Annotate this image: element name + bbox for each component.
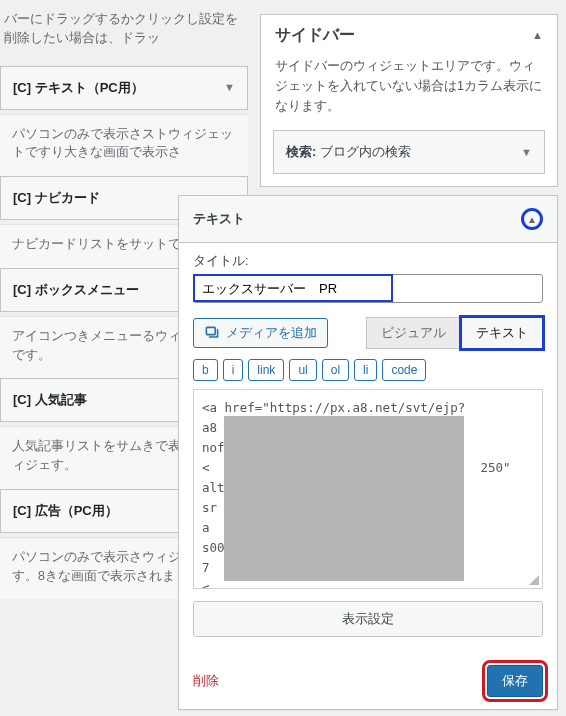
code-line: < xyxy=(202,580,210,589)
editor-tabs: ビジュアル テキスト xyxy=(366,317,543,349)
widget-title: [C] ボックスメニュー xyxy=(13,281,139,299)
delete-link[interactable]: 削除 xyxy=(193,672,219,690)
quicktags-toolbar: b i link ul ol li code xyxy=(193,359,543,381)
save-button[interactable]: 保存 xyxy=(487,665,543,697)
widget-desc: パソコンのみで表示さストウィジェットですり大きな画面で表示さ xyxy=(0,114,248,177)
search-value: ブログ内の検索 xyxy=(320,144,411,159)
tab-text[interactable]: テキスト xyxy=(461,317,543,349)
collapse-button[interactable]: ▲ xyxy=(521,208,543,230)
text-widget-header: テキスト xyxy=(193,210,245,228)
code-line: sr xyxy=(202,500,217,515)
qtag-li[interactable]: li xyxy=(354,359,377,381)
qtag-i[interactable]: i xyxy=(223,359,244,381)
qtag-b[interactable]: b xyxy=(193,359,218,381)
add-media-label: メディアを追加 xyxy=(226,324,317,342)
qtag-code[interactable]: code xyxy=(382,359,426,381)
code-line: 7 xyxy=(202,560,210,575)
display-settings-button[interactable]: 表示設定 xyxy=(193,601,543,637)
qtag-ol[interactable]: ol xyxy=(322,359,349,381)
code-line: <a href="https://px.a8.net/svt/ejp? xyxy=(202,400,465,415)
widget-title: [C] テキスト（PC用） xyxy=(13,79,144,97)
title-label: タイトル: xyxy=(193,253,543,270)
qtag-ul[interactable]: ul xyxy=(289,359,316,381)
search-label: 検索: xyxy=(286,144,316,159)
widget-title: [C] 広告（PC用） xyxy=(13,502,118,520)
widget-title: [C] ナビカード xyxy=(13,189,100,207)
sidebar-title: サイドバー xyxy=(275,25,355,46)
sidebar-search-widget[interactable]: 検索: ブログ内の検索 ▼ xyxy=(273,130,545,174)
chevron-down-icon: ▼ xyxy=(521,147,532,158)
chevron-up-icon[interactable]: ▲ xyxy=(532,30,543,41)
sidebar-panel: サイドバー ▲ サイドバーのウィジェットエリアです。ウィジェットを入れていない場… xyxy=(260,14,558,187)
sidebar-desc: サイドバーのウィジェットエリアです。ウィジェットを入れていない場合は1カラム表示… xyxy=(261,52,557,130)
chevron-down-icon: ▼ xyxy=(224,82,235,93)
tab-visual[interactable]: ビジュアル xyxy=(366,317,461,349)
redaction-mask xyxy=(224,416,464,581)
help-text: バーにドラッグするかクリックし設定を削除したい場合は、ドラッ xyxy=(0,10,248,66)
title-input[interactable] xyxy=(193,274,543,303)
qtag-link[interactable]: link xyxy=(248,359,284,381)
widget-title: [C] 人気記事 xyxy=(13,391,87,409)
widget-item[interactable]: [C] テキスト（PC用）▼ xyxy=(0,66,248,110)
resize-handle-icon[interactable] xyxy=(526,572,540,586)
text-widget-panel: テキスト ▲ タイトル: メディアを追加 ビジュアル テキスト b i link… xyxy=(178,195,558,710)
content-textarea[interactable]: <a href="https://px.a8.net/svt/ejp? a8 n… xyxy=(193,389,543,589)
media-icon xyxy=(204,325,220,341)
add-media-button[interactable]: メディアを追加 xyxy=(193,318,328,348)
